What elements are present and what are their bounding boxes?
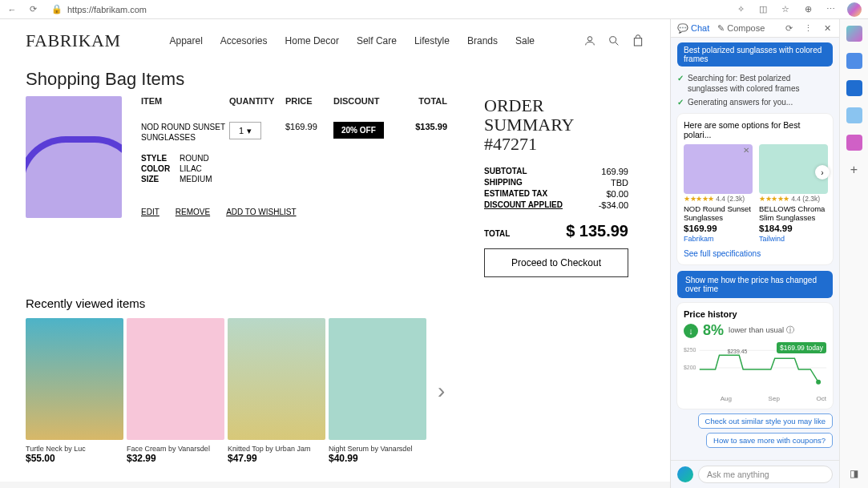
star-icon: ★★★★★ [759,195,789,203]
recent-title: Recently viewed items [26,296,644,310]
wishlist-link[interactable]: ADD TO WISHLIST [226,208,296,216]
tag-icon[interactable] [846,53,862,69]
product-card[interactable]: ✕ ★★★★★ 4.4 (2.3k) NOD Round Sunset Sung… [684,144,753,243]
logo[interactable]: FABRIKAM [26,30,121,51]
copilot-sidebar: 💬 Chat ✎ Compose ⟳ ⋮ ✕ Best polarized su… [670,19,839,488]
account-icon[interactable] [583,34,596,47]
svg-text:$239.45: $239.45 [727,349,747,354]
url-text: https://fabrikam.com [67,5,147,14]
check-icon: ✓ [677,97,684,107]
order-summary: ORDER SUMMARY #47271 SUBTOTAL169.99 SHIP… [484,96,644,277]
ask-input[interactable]: Ask me anything [698,466,833,483]
favorites-icon[interactable]: ☆ [780,4,791,15]
more-icon[interactable]: ⋮ [802,22,813,34]
address-bar[interactable]: 🔒 https://fabrikam.com [46,2,727,17]
lock-icon: 🔒 [51,4,63,15]
attr-style-k: STYLE [141,154,180,163]
cart-price: $169.99 [285,122,333,131]
refresh-icon[interactable]: ⟳ [783,22,794,34]
page-title: Shopping Bag Items [0,63,670,96]
recent-item[interactable]: Turtle Neck by Luc $55.00 [26,318,123,464]
total-label: TOTAL [484,229,510,238]
add-icon[interactable]: + [846,162,862,178]
more-icon[interactable]: ⋯ [825,4,836,15]
page-content: FABRIKAM Apparel Accesories Home Decor S… [0,19,670,488]
col-price: PRICE [285,96,333,106]
tab-chat[interactable]: 💬 Chat [677,23,709,34]
app-icon[interactable] [846,135,862,151]
recent-item[interactable]: Knitted Top by Urban Jam $47.99 [228,318,325,464]
quantity-select[interactable]: 1 ▾ [229,122,261,139]
close-icon[interactable]: ✕ [743,146,749,155]
shipping-label: SHIPPING [484,178,523,188]
discount-badge: 20% OFF [333,122,384,139]
svg-point-0 [587,37,591,41]
carousel-next-icon[interactable]: › [430,378,453,404]
tax-value: $0.00 [606,189,628,199]
outlook-icon[interactable] [846,80,862,96]
tax-label: ESTIMATED TAX [484,189,547,199]
user-message: Best polarized sunglasses with colored f… [677,42,833,67]
dock-icon[interactable]: ◨ [846,466,862,482]
col-discount: DISCOUNT [333,96,399,106]
total-value: $ 135.99 [566,222,628,240]
attr-color-k: COLOR [141,164,180,173]
remove-link[interactable]: REMOVE [176,208,210,216]
copilot-avatar-icon [677,466,693,482]
chevron-down-icon: ▾ [247,126,252,136]
see-specs-link[interactable]: See full specifications [684,249,826,258]
svg-rect-3 [634,38,641,46]
tab-compose[interactable]: ✎ Compose [717,23,765,34]
price-history-button[interactable]: Show me how the price has changed over t… [677,271,833,298]
nav-accesories[interactable]: Accesories [220,35,268,46]
collections-icon[interactable]: ⊕ [802,4,813,15]
edit-link[interactable]: EDIT [141,208,159,216]
checkout-button[interactable]: Proceed to Checkout [484,248,628,277]
copilot-icon[interactable] [847,2,862,17]
product-image [26,96,122,218]
down-arrow-icon: ↓ [684,324,698,338]
nav-self-care[interactable]: Self Care [357,35,397,46]
recent-image [329,318,426,440]
options-intro: Here are some options for Best polari... [684,120,826,139]
svg-text:$250: $250 [684,347,696,353]
discount-label: DISCOUNT APPLIED [484,200,563,210]
carousel-next-icon[interactable]: › [815,165,830,179]
product-card[interactable]: ★★★★★ 4.4 (2.3k) BELLOWS Chroma Slim Sun… [759,144,828,243]
app-icon[interactable] [846,107,862,123]
col-item: ITEM [141,96,229,106]
main-nav: Apparel Accesories Home Decor Self Care … [145,35,559,46]
refresh-icon[interactable]: ⟳ [27,4,38,15]
nav-apparel[interactable]: Apparel [169,35,202,46]
bag-icon[interactable] [632,34,644,47]
attr-size-k: SIZE [141,175,180,184]
suggestion-chip[interactable]: How to save more with coupons? [706,433,833,448]
today-badge: $169.99 today [777,342,826,353]
recent-item[interactable]: Face Cream by Vanarsdel $32.99 [127,318,224,464]
col-qty: QUANTITY [229,96,285,106]
cart-item-name: NOD ROUND SUNSET SUNGLASSES [141,122,229,143]
nav-sale[interactable]: Sale [515,35,535,46]
suggestion-chip[interactable]: Check out similar style you may like [698,413,833,429]
edge-activity-bar: + ◨ [839,19,868,488]
browser-toolbar: ← ⟳ 🔒 https://fabrikam.com ✧ ◫ ☆ ⊕ ⋯ [0,0,868,19]
nav-lifestyle[interactable]: Lifestyle [414,35,450,46]
nav-brands[interactable]: Brands [467,35,498,46]
price-history-title: Price history [684,309,826,319]
nav-home-decor[interactable]: Home Decor [285,35,339,46]
shopping-assist-icon[interactable]: ✧ [735,4,746,15]
back-icon[interactable]: ← [6,4,18,15]
recent-item[interactable]: Night Serum by Vanarsdel $40.99 [329,318,426,464]
close-icon[interactable]: ✕ [822,22,833,34]
product-thumb: ✕ [684,144,753,194]
pct-sub: lower than usual ⓘ [729,325,794,336]
attr-color-v: LILAC [180,164,470,173]
svg-point-1 [610,37,616,43]
copilot-icon[interactable] [846,26,862,42]
pct-value: 8% [703,322,724,339]
svg-line-2 [616,42,618,45]
subtotal-value: 169.99 [601,167,628,176]
search-icon[interactable] [608,34,620,47]
split-icon[interactable]: ◫ [757,4,769,15]
recent-image [26,318,123,440]
